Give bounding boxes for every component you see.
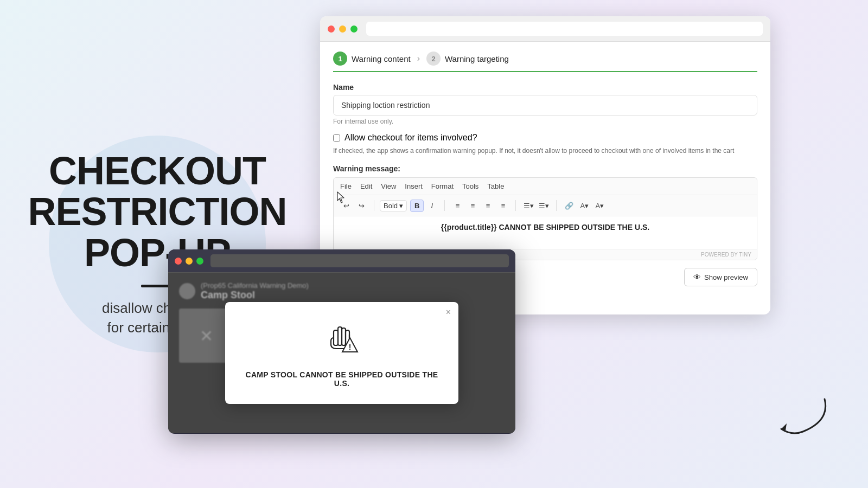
warning-hand-icon: ! — [245, 318, 439, 363]
toolbar-separator-1 — [374, 200, 374, 211]
bg-color-button[interactable]: A▾ — [592, 198, 607, 213]
chevron-down-icon: ▾ — [399, 202, 403, 210]
step-2-num: 2 — [426, 52, 441, 66]
close-dot[interactable] — [328, 25, 335, 33]
svg-marker-6 — [781, 423, 787, 431]
url-bar[interactable] — [366, 22, 763, 36]
font-group: Bold ▾ — [380, 200, 407, 211]
step-2[interactable]: 2 Warning targeting — [426, 52, 509, 66]
undo-button[interactable]: ↩ — [339, 198, 353, 213]
text-color-button[interactable]: A▾ — [577, 198, 591, 213]
link-button[interactable]: 🔗 — [562, 198, 576, 213]
align-justify-button[interactable]: ≡ — [496, 198, 510, 213]
unordered-list-button[interactable]: ☰▾ — [521, 198, 535, 213]
toolbar-separator-2 — [444, 200, 445, 211]
align-left-button[interactable]: ≡ — [450, 198, 464, 213]
format-group: B I — [410, 198, 439, 213]
link-color-group: 🔗 A▾ A▾ — [562, 198, 607, 213]
eye-icon: 👁 — [693, 273, 701, 281]
checkbox-label[interactable]: Allow checkout for items involved? — [344, 133, 477, 143]
rte-menu-insert[interactable]: Insert — [405, 182, 423, 190]
modal-message: Camp Stool CANNOT BE SHIPPED OUTSIDE THE… — [245, 370, 439, 388]
list-group: ☰▾ ☰▾ — [521, 198, 551, 213]
toolbar-separator-4 — [556, 200, 557, 211]
name-hint: For internal use only. — [333, 118, 757, 125]
rte-menu-table[interactable]: Table — [487, 182, 504, 190]
steps-bar: 1 Warning content › 2 Warning targeting — [333, 42, 757, 72]
undo-redo-group: ↩ ↪ — [339, 198, 368, 213]
rte-menubar: File Edit View Insert Format Tools Table — [334, 178, 757, 195]
allow-checkout-checkbox[interactable] — [333, 134, 340, 142]
modal-box: × — [225, 302, 458, 404]
rte-menu-format[interactable]: Format — [431, 182, 454, 190]
step-1[interactable]: 1 Warning content — [333, 52, 411, 66]
step-1-num: 1 — [333, 52, 347, 66]
headline-restriction: RESTRICTION — [28, 190, 286, 233]
maximize-dot[interactable] — [350, 25, 358, 33]
modal-overlay: × — [168, 273, 515, 433]
show-preview-label: Show preview — [704, 273, 748, 281]
bold-button[interactable]: B — [410, 200, 424, 212]
step-2-label: Warning targeting — [445, 54, 509, 63]
popup-close-dot[interactable] — [175, 258, 182, 265]
powered-by-tiny: POWERED BY TINY — [701, 252, 751, 258]
popup-url-bar[interactable] — [210, 254, 509, 267]
show-preview-button[interactable]: 👁 Show preview — [684, 268, 757, 286]
ordered-list-button[interactable]: ☰▾ — [537, 198, 551, 213]
rte-toolbar: ↩ ↪ Bold ▾ B I ≡ ≡ ≡ — [334, 195, 757, 216]
step-arrow: › — [417, 54, 420, 63]
toolbar-separator-3 — [515, 200, 516, 211]
rte-menu-edit[interactable]: Edit — [360, 182, 372, 190]
minimize-dot[interactable] — [339, 25, 346, 33]
align-group: ≡ ≡ ≡ ≡ — [450, 198, 510, 213]
svg-text:!: ! — [349, 343, 352, 351]
name-input[interactable] — [333, 95, 757, 115]
warning-message-label: Warning message: — [333, 164, 757, 173]
modal-close-button[interactable]: × — [446, 307, 451, 317]
popup-browser-window: (Prop65 California Warning Demo) Camp St… — [168, 249, 515, 434]
popup-titlebar — [168, 249, 515, 273]
popup-minimize-dot[interactable] — [186, 258, 193, 265]
font-label: Bold — [384, 202, 398, 210]
svg-rect-0 — [334, 330, 338, 345]
rte-menu-view[interactable]: View — [381, 182, 396, 190]
headline-checkout: CHECKOUT — [49, 149, 266, 192]
name-label: Name — [333, 83, 757, 92]
rte-menu-tools[interactable]: Tools — [462, 182, 478, 190]
popup-inner: (Prop65 California Warning Demo) Camp St… — [168, 273, 515, 433]
redo-button[interactable]: ↪ — [354, 198, 368, 213]
rte-content-area[interactable]: {{product.title}} CANNOT BE SHIPPED OUTS… — [334, 216, 757, 249]
rte-menu-file[interactable]: File — [340, 182, 352, 190]
step-1-label: Warning content — [352, 54, 411, 63]
align-center-button[interactable]: ≡ — [465, 198, 480, 213]
browser-titlebar — [320, 16, 770, 42]
arrow-decoration — [770, 388, 835, 445]
font-dropdown[interactable]: Bold ▾ — [380, 200, 407, 211]
rich-text-editor[interactable]: File Edit View Insert Format Tools Table… — [333, 177, 757, 260]
italic-button[interactable]: I — [425, 198, 439, 213]
popup-maximize-dot[interactable] — [196, 258, 203, 265]
checkbox-row: Allow checkout for items involved? — [333, 133, 757, 143]
align-right-button[interactable]: ≡ — [481, 198, 495, 213]
checkbox-desc: If checked, the app shows a confirmation… — [333, 146, 757, 156]
